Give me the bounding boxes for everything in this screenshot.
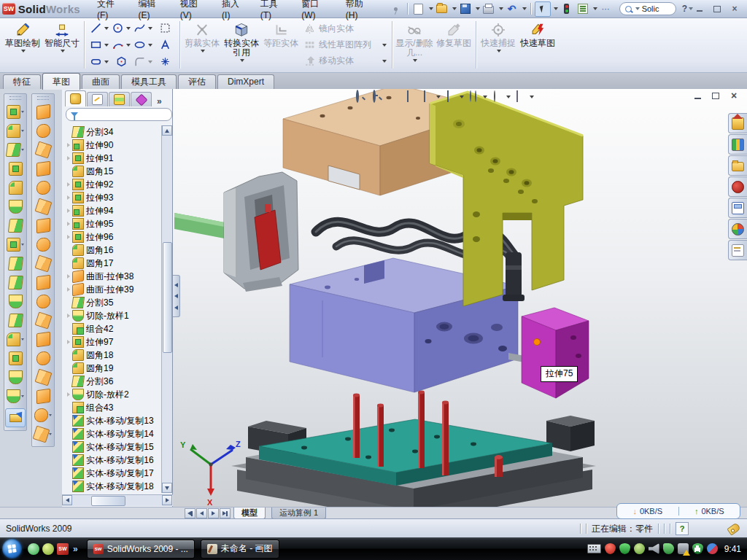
tool-rib[interactable] [4, 216, 26, 235]
task-button-solidworks[interactable]: SWSolidWorks 2009 - ... [87, 540, 195, 559]
solidworks-search-tab-button[interactable] [728, 176, 747, 197]
options-list-icon[interactable] [576, 2, 590, 16]
tool-untrim-surface[interactable] [32, 349, 54, 368]
tree-item[interactable]: 拉伸93 [62, 191, 162, 204]
next-model-button[interactable] [208, 508, 219, 518]
dropdown-icon[interactable] [499, 7, 503, 10]
search-scope-chevron-icon[interactable] [635, 7, 640, 10]
tab-DimXpert[interactable]: DimXpert [217, 74, 274, 89]
custom-properties-tab-button[interactable] [728, 240, 747, 260]
expand-arrow-icon[interactable] [65, 274, 71, 279]
propertymanager-tab-icon[interactable] [87, 92, 108, 106]
tool-move-copy-body[interactable] [4, 311, 26, 330]
tool-shell[interactable] [4, 178, 26, 197]
tree-item[interactable]: 拉伸96 [62, 230, 162, 244]
messenger-tray-icon[interactable] [663, 543, 674, 554]
dropdown-icon[interactable] [49, 414, 52, 416]
view-palette-tab-button[interactable] [728, 198, 747, 218]
display-style-button[interactable] [444, 90, 465, 104]
button-ellipse[interactable] [132, 36, 154, 53]
button-rectangle[interactable] [88, 36, 110, 53]
menu-insert[interactable]: 插入(I) [215, 0, 254, 23]
tool-spline-tool[interactable] [4, 386, 26, 405]
dropdown-icon[interactable] [21, 50, 26, 52]
tree-item[interactable]: 实体-移动/复制14 [62, 427, 162, 440]
panel-tabs-overflow[interactable]: » [157, 96, 162, 106]
tool-planar-surface[interactable] [32, 216, 54, 235]
design-library-tab-button[interactable] [728, 134, 747, 155]
button-rapid-sketch[interactable]: 快速草图 [519, 20, 557, 70]
tree-horizontal-scrollbar[interactable] [62, 494, 173, 506]
panel-splitter-handle[interactable] [173, 275, 180, 317]
tab-模具工具[interactable]: 模具工具 [121, 74, 177, 89]
dropdown-icon[interactable] [506, 96, 511, 98]
tool-boundary-surface[interactable] [32, 178, 54, 197]
button-repair-sketch[interactable]: 修复草图 [435, 20, 473, 70]
tree-item[interactable]: 组合42 [62, 322, 162, 335]
prev-model-button[interactable] [196, 508, 207, 518]
tool-thickened-cut[interactable] [32, 292, 54, 311]
button-slot[interactable] [88, 53, 110, 70]
keyboard-tray-icon[interactable] [587, 544, 601, 553]
edit-appearance-button[interactable] [491, 90, 512, 104]
dropdown-icon[interactable] [104, 44, 109, 47]
expand-arrow-icon[interactable] [65, 182, 71, 187]
button-sketch-fillet[interactable] [132, 53, 154, 70]
tree-item[interactable]: 圆角17 [62, 257, 162, 270]
section-view-button[interactable] [404, 90, 419, 104]
dropdown-icon[interactable] [21, 130, 24, 132]
search-input-value[interactable]: Solic [642, 4, 659, 13]
expand-arrow-icon[interactable] [65, 156, 71, 160]
button-polygon[interactable] [110, 53, 132, 70]
dropdown-icon[interactable] [148, 44, 152, 47]
part-cavity-block[interactable] [290, 258, 543, 392]
doc-close-icon[interactable]: × [728, 90, 740, 101]
tool-reference-point[interactable] [4, 330, 26, 349]
doc-restore-icon[interactable] [710, 90, 721, 101]
tab-特征[interactable]: 特征 [3, 74, 41, 89]
dropdown-icon[interactable] [21, 338, 24, 341]
tree-item[interactable]: 圆角16 [62, 244, 162, 257]
expand-arrow-icon[interactable] [65, 392, 71, 397]
expand-arrow-icon[interactable] [65, 235, 71, 239]
tool-extend-surface[interactable] [32, 368, 54, 386]
dropdown-icon[interactable] [21, 244, 24, 246]
tool-reference-point-surface[interactable] [32, 405, 54, 424]
expand-arrow-icon[interactable] [65, 143, 71, 147]
more-tools-icon[interactable]: ⋯ [599, 2, 614, 16]
doc-minimize-icon[interactable] [692, 90, 703, 101]
tree-item[interactable]: 实体-移动/复制17 [62, 467, 162, 480]
dropdown-icon[interactable] [483, 96, 487, 98]
browser-quick-icon[interactable] [42, 543, 54, 555]
tree-item[interactable]: 实体-移动/复制16 [62, 454, 162, 467]
undo-icon[interactable]: ↶ [505, 2, 519, 16]
defender-tray-icon[interactable] [692, 543, 703, 554]
button-convert-entities[interactable]: 转换实体引用 [222, 20, 260, 70]
tool-revolved-boss[interactable] [4, 121, 26, 140]
dropdown-icon[interactable] [104, 61, 109, 63]
dropdown-icon[interactable] [61, 50, 65, 52]
dropdown-icon[interactable] [240, 59, 244, 62]
tool-swept-surface[interactable] [32, 102, 54, 121]
dropdown-icon[interactable] [436, 96, 441, 98]
dropdown-icon[interactable] [452, 7, 457, 10]
tree-item[interactable]: 拉伸94 [62, 204, 162, 217]
tool-spline-surface[interactable] [32, 424, 54, 443]
tab-草图[interactable]: 草图 [42, 73, 80, 90]
tree-item[interactable]: 圆角15 [62, 165, 162, 178]
dropdown-icon[interactable] [460, 96, 464, 98]
dropdown-icon[interactable] [554, 7, 558, 10]
tab-评估[interactable]: 评估 [178, 74, 216, 89]
network-tray-icon[interactable] [678, 543, 689, 554]
tool-knit-surface[interactable] [32, 311, 54, 330]
open-icon[interactable] [435, 2, 449, 16]
close-icon[interactable]: × [728, 4, 741, 14]
dropdown-icon[interactable] [382, 60, 387, 63]
tool-offset-surface[interactable] [32, 197, 54, 216]
security-tray-icon[interactable] [619, 543, 630, 554]
tree-item[interactable]: 分割35 [62, 296, 162, 309]
tool-instant3d[interactable] [5, 408, 26, 427]
quick-tips-button[interactable]: ? [676, 522, 689, 535]
graphics-viewport[interactable]: Y Z X × 拉伸75 [173, 89, 747, 507]
tool-lofted-surface[interactable] [32, 159, 54, 178]
